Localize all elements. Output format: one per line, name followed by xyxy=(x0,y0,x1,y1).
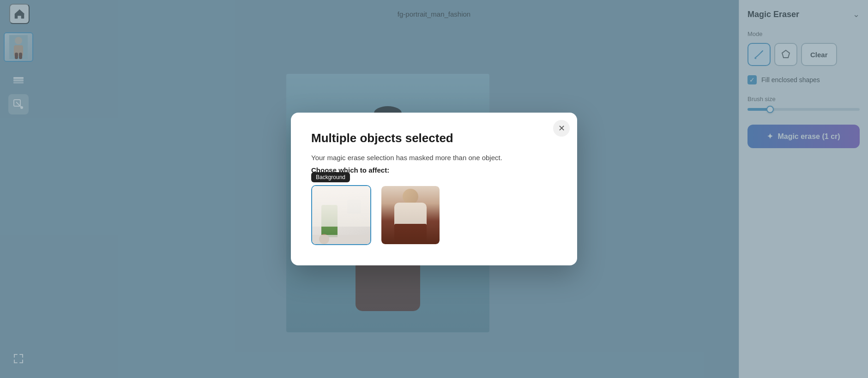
close-icon: ✕ xyxy=(558,123,565,133)
modal-title: Multiple objects selected xyxy=(311,131,557,145)
background-option-image xyxy=(311,185,371,245)
modal-overlay: ✕ Multiple objects selected Your magic e… xyxy=(0,0,868,378)
person-option[interactable] xyxy=(380,185,440,245)
background-option[interactable]: Background xyxy=(311,185,371,245)
person-option-image xyxy=(380,185,440,245)
modal-options: Background xyxy=(311,185,557,245)
modal-close-button[interactable]: ✕ xyxy=(553,120,570,137)
modal-description: Your magic erase selection has masked mo… xyxy=(311,153,557,163)
modal-dialog: ✕ Multiple objects selected Your magic e… xyxy=(291,113,577,265)
background-option-label: Background xyxy=(311,172,350,182)
